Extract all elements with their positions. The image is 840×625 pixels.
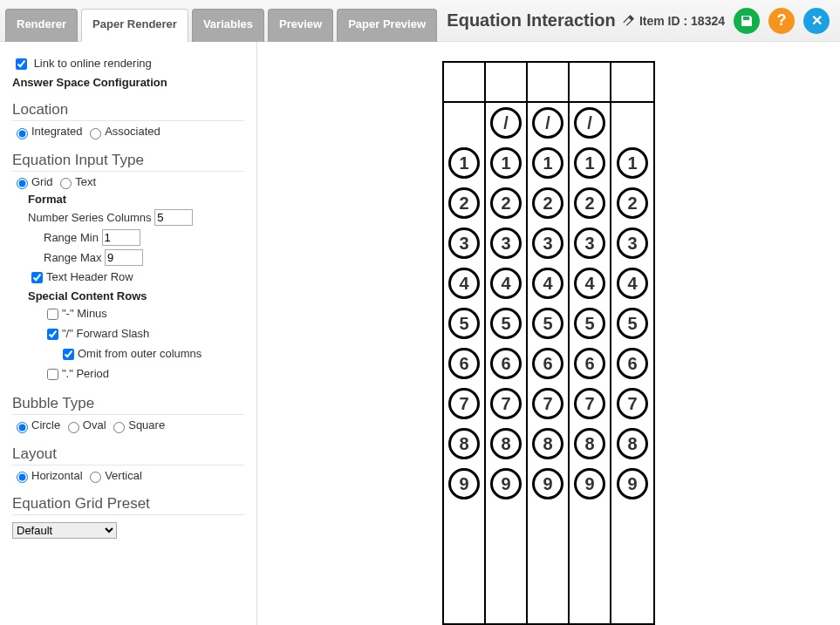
tab-variables[interactable]: Variables xyxy=(192,9,264,42)
grid-cell: 1 xyxy=(570,143,610,183)
bubble-digit[interactable]: 4 xyxy=(532,268,563,299)
bubble-digit[interactable]: 4 xyxy=(490,268,522,299)
grid-header-cell[interactable] xyxy=(611,63,653,103)
grid-cell xyxy=(444,103,484,143)
preset-select[interactable]: Default xyxy=(12,522,117,539)
range-min-label: Range Min xyxy=(44,231,99,244)
bubble-digit[interactable]: 4 xyxy=(574,268,605,299)
bubble-digit[interactable]: 9 xyxy=(617,468,648,499)
bubble-digit[interactable]: 2 xyxy=(574,187,605,219)
grid-cell: 6 xyxy=(570,343,610,384)
bubble-digit[interactable]: 2 xyxy=(448,187,480,219)
bubble-digit[interactable]: 7 xyxy=(532,388,563,419)
bubble-digit[interactable]: 1 xyxy=(448,147,480,179)
bubble-circle-radio[interactable]: Circle xyxy=(12,418,60,431)
bubble-digit[interactable]: 9 xyxy=(448,468,480,499)
bubble-oval-radio[interactable]: Oval xyxy=(64,418,106,431)
bubble-digit[interactable]: 7 xyxy=(574,388,605,419)
bubble-digit[interactable]: 2 xyxy=(490,187,522,219)
bubble-digit[interactable]: 3 xyxy=(532,228,563,259)
bubble-digit[interactable]: 3 xyxy=(490,228,522,259)
bubble-digit[interactable]: 5 xyxy=(532,308,563,339)
bubble-digit[interactable]: 5 xyxy=(574,308,605,339)
tab-preview[interactable]: Preview xyxy=(268,9,333,42)
tab-paper-renderer[interactable]: Paper Renderer xyxy=(81,9,188,42)
range-max-input[interactable] xyxy=(105,249,143,266)
bubble-digit[interactable]: 9 xyxy=(574,468,605,499)
grid-cell: 4 xyxy=(486,263,526,303)
grid-cell: 4 xyxy=(611,263,653,303)
range-min-input[interactable] xyxy=(102,229,140,246)
grid-cell: 6 xyxy=(444,343,484,384)
bubble-slash[interactable]: / xyxy=(532,107,563,139)
grid-cell: 1 xyxy=(528,143,568,183)
bubble-digit[interactable]: 5 xyxy=(448,308,480,339)
grid-header-cell[interactable] xyxy=(486,63,526,103)
bubble-digit[interactable]: 5 xyxy=(490,308,522,339)
grid-header-cell[interactable] xyxy=(570,63,610,103)
grid-cell: / xyxy=(570,103,610,143)
preview-area: 123456789/123456789/123456789/1234567891… xyxy=(257,42,840,625)
bubble-digit[interactable]: 1 xyxy=(490,147,522,179)
equation-text-radio[interactable]: Text xyxy=(56,175,96,188)
bubble-slash[interactable]: / xyxy=(490,107,522,139)
bubble-digit[interactable]: 8 xyxy=(532,428,563,459)
grid-cell: 6 xyxy=(611,343,653,384)
bubble-digit[interactable]: 9 xyxy=(490,468,522,499)
minus-checkbox[interactable]: "-" Minus xyxy=(44,307,107,320)
tab-paper-preview[interactable]: Paper Preview xyxy=(337,9,437,42)
num-series-cols-input[interactable] xyxy=(154,209,193,226)
period-checkbox[interactable]: "." Period xyxy=(44,367,109,380)
layout-vertical-radio[interactable]: Vertical xyxy=(85,469,142,482)
floppy-icon xyxy=(740,14,754,28)
location-associated-radio[interactable]: Associated xyxy=(85,125,160,138)
bubble-digit[interactable]: 6 xyxy=(532,348,563,379)
forward-slash-checkbox[interactable]: "/" Forward Slash xyxy=(44,327,149,340)
close-button[interactable]: ✕ xyxy=(803,8,830,34)
bubble-digit[interactable]: 8 xyxy=(617,428,648,459)
bubble-digit[interactable]: 7 xyxy=(617,388,648,419)
bubble-digit[interactable]: 7 xyxy=(490,388,522,419)
bubble-digit[interactable]: 9 xyxy=(532,468,563,499)
bubble-digit[interactable]: 8 xyxy=(448,428,480,459)
bubble-digit[interactable]: 8 xyxy=(490,428,522,459)
text-header-row-checkbox[interactable]: Text Header Row xyxy=(28,270,133,283)
bubble-digit[interactable]: 2 xyxy=(617,187,648,219)
bubble-digit[interactable]: 4 xyxy=(448,268,480,299)
help-button[interactable]: ? xyxy=(768,8,795,34)
grid-cell: 3 xyxy=(444,223,484,263)
bubble-square-radio[interactable]: Square xyxy=(109,418,165,431)
bubble-digit[interactable]: 4 xyxy=(617,268,648,299)
link-online-checkbox[interactable]: Link to online rendering xyxy=(12,57,152,70)
bubble-digit[interactable]: 3 xyxy=(448,228,480,259)
bubble-digit[interactable]: 7 xyxy=(448,388,480,419)
omit-outer-checkbox[interactable]: Omit from outer columns xyxy=(59,347,201,360)
bubble-digit[interactable]: 8 xyxy=(574,428,605,459)
bubble-digit[interactable]: 2 xyxy=(532,187,563,219)
bubble-digit[interactable]: 6 xyxy=(490,348,522,379)
bubble-digit[interactable]: 6 xyxy=(448,348,480,379)
grid-cell: 3 xyxy=(570,223,610,263)
equation-grid-radio[interactable]: Grid xyxy=(12,175,53,188)
bubble-digit[interactable]: 1 xyxy=(574,147,605,179)
grid-header-cell[interactable] xyxy=(528,63,568,103)
grid-header-cell[interactable] xyxy=(444,63,484,103)
bubble-digit[interactable]: 3 xyxy=(574,228,605,259)
bubble-digit[interactable]: 5 xyxy=(617,308,648,339)
location-integrated-radio[interactable]: Integrated xyxy=(12,125,83,138)
bubble-digit[interactable]: 6 xyxy=(574,348,605,379)
item-id[interactable]: Item ID : 18324 xyxy=(622,14,725,28)
bubble-digit[interactable]: 3 xyxy=(617,228,648,259)
save-button[interactable] xyxy=(734,8,760,34)
bubble-slash[interactable]: / xyxy=(574,107,605,139)
location-heading: Location xyxy=(12,101,244,121)
bubble-digit[interactable]: 1 xyxy=(532,147,563,179)
bubble-digit[interactable]: 6 xyxy=(617,348,648,379)
grid-column: /123456789 xyxy=(570,63,611,623)
grid-cell: 6 xyxy=(528,343,568,384)
layout-horizontal-radio[interactable]: Horizontal xyxy=(12,469,83,482)
answer-grid: 123456789/123456789/123456789/1234567891… xyxy=(442,61,655,625)
tab-renderer[interactable]: Renderer xyxy=(5,9,78,42)
bubble-digit[interactable]: 1 xyxy=(617,147,648,179)
grid-cell: 2 xyxy=(444,183,484,223)
